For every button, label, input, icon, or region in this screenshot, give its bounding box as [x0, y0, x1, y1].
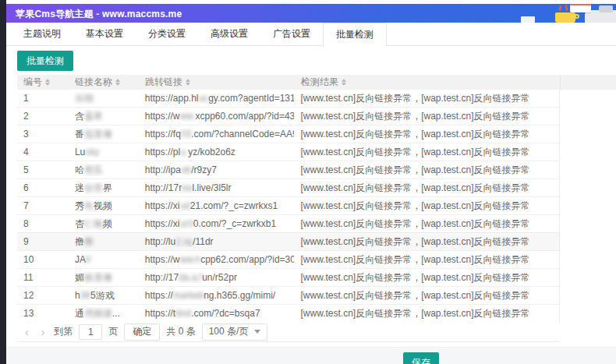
cell-id: 10 — [17, 254, 69, 265]
column-label: 检测结果 — [301, 76, 338, 89]
text: https://w — [145, 254, 180, 265]
tab-basic-settings[interactable]: 基本设置 — [73, 23, 136, 45]
text: 通 — [75, 308, 84, 319]
cell-check-result: [www.test.cn]反向链接异常，[wap.test.cn]反向链接异常 — [294, 235, 559, 249]
tab-advanced-settings[interactable]: 高级设置 — [198, 23, 260, 45]
text: https://xi — [145, 218, 180, 229]
text: http://17r — [145, 182, 182, 193]
cell-link-name: 哈密瓜 — [69, 164, 139, 177]
sort-icon[interactable] — [342, 79, 346, 86]
cell-jump-url: https://xiud21.com/?_c=zwrkxs1 — [139, 200, 295, 211]
censored-text: 娘直播 — [84, 272, 112, 283]
text: https://t — [145, 308, 175, 319]
censored-text: 密瓜 — [84, 164, 103, 175]
censored-text: 色 — [84, 200, 94, 211]
tab-category-settings[interactable]: 分类设置 — [136, 23, 198, 45]
column-header-id: 编号 — [17, 75, 69, 90]
table-row[interactable]: 1乐猫https://app.hlucgy.com?agentId=131510… — [17, 90, 559, 108]
cell-check-result: [www.test.cn]反向链接异常，[wap.test.cn]反向链接异常 — [294, 146, 559, 159]
header-banner: 苹果Cms导航主题 - www.maccms.me — [6, 4, 616, 23]
steam-icon — [558, 5, 562, 12]
left-edge-strip — [0, 0, 6, 364]
sort-icon[interactable] — [115, 79, 120, 86]
text: https://app.hl — [145, 93, 199, 104]
text: http://ipa — [145, 164, 181, 175]
censored-text: ur3 — [179, 218, 193, 229]
table-row[interactable]: 11媚娘直播http://17da.a.fun/r52pr[www.test.c… — [17, 269, 559, 287]
cell-link-name: 迷你世界 — [69, 182, 139, 195]
chevron-down-icon — [254, 330, 260, 334]
text: /r9zy7 — [191, 164, 217, 175]
table-row[interactable]: 12h365游戏https://marketing.h365.gg/mimi/[… — [17, 287, 559, 305]
censored-text: 撸 — [84, 236, 94, 247]
sort-icon[interactable] — [45, 79, 50, 86]
speech-bubble-icon — [570, 4, 591, 12]
cell-check-result: [www.test.cn]反向链接异常，[wap.test.cn]反向链接异常 — [294, 128, 559, 141]
censored-text: ud — [179, 200, 189, 211]
column-label: 跳转链接 — [145, 76, 182, 89]
censored-text: uc — [199, 93, 209, 104]
table-row[interactable]: 6迷你世界http://17real.live/3l5lr[www.test.c… — [17, 179, 559, 197]
column-header-jump-url: 跳转链接 — [139, 75, 295, 90]
pagination-bar: ‹ › 到第 页 确定 共 0 条 100 条/页 — [17, 322, 560, 342]
text: yz/kob2o6z — [188, 147, 235, 157]
table-row[interactable]: 7秀色视频https://xiud21.com/?_c=zwrkxs1[www.… — [17, 197, 559, 215]
cell-id: 8 — [17, 218, 69, 229]
censored-text: ww.h — [179, 254, 200, 265]
text: https:// — [145, 290, 173, 301]
table-row[interactable]: 9撸撸http://lu2.xy/11dr[www.test.cn]反向链接异常… — [17, 233, 559, 251]
censored-text: cky — [85, 147, 99, 157]
table-row[interactable]: 2含羞草https://www.xcpp60.com/app/?id=43191… — [17, 108, 559, 125]
censored-text: 用测速 — [84, 308, 112, 319]
cell-jump-url: https://tbnd.com/?dc=bsqa7 — [139, 308, 295, 319]
cell-jump-url: https://plu.yz/kob2o6z — [139, 147, 295, 157]
cell-jump-url: http://lu2.xy/11dr — [139, 236, 295, 247]
cell-link-name: Lucky — [69, 147, 139, 157]
text: http://lu — [145, 236, 175, 247]
sort-icon[interactable] — [186, 79, 190, 86]
prev-page-icon[interactable]: ‹ — [22, 326, 32, 338]
next-page-icon[interactable]: › — [38, 326, 48, 338]
cell-id: 13 — [17, 308, 69, 319]
cell-id: 9 — [17, 236, 69, 247]
batch-check-button[interactable]: 批量检测 — [17, 51, 73, 71]
coffee-cup-icon — [555, 12, 575, 23]
text: 0.com/?_c=zwrkxb1 — [193, 218, 276, 229]
tab-ad-settings[interactable]: 广告设置 — [260, 23, 323, 45]
page-number-input[interactable] — [79, 324, 102, 340]
cell-jump-url: https://fq03.com/?channelCode=AA90 — [139, 129, 295, 140]
text: cpp62.com/app/?id=30919492 — [200, 254, 294, 265]
cell-id: 4 — [17, 147, 69, 157]
page-size-select[interactable]: 100 条/页 — [202, 323, 268, 341]
censored-text: 03 — [181, 129, 191, 140]
tab-theme-info[interactable]: 主题说明 — [11, 23, 73, 45]
text: 界 — [103, 182, 112, 193]
table-row[interactable]: 13通用测速...https://tbnd.com/?dc=bsqa7[www.… — [17, 305, 559, 323]
column-header-check-result: 检测结果 — [295, 75, 560, 90]
table-row[interactable]: 8杏仁视频https://xiur30.com/?_c=zwrkxb1[www.… — [17, 215, 559, 233]
confirm-page-button[interactable]: 确定 — [124, 323, 160, 341]
text: 频 — [103, 218, 112, 229]
cell-jump-url: http://ipaob/r9zy7 — [139, 164, 295, 175]
table-row[interactable]: 4Luckyhttps://plu.yz/kob2o6z[www.test.cn… — [17, 143, 559, 161]
censored-text: 茄直播 — [84, 129, 112, 140]
save-button[interactable]: 保存 — [403, 352, 439, 364]
cell-check-result: [www.test.cn]反向链接异常，[wap.test.cn]反向链接异常 — [294, 92, 559, 105]
tab-batch-check[interactable]: 批量检测 — [323, 23, 387, 46]
cell-jump-url: https://xiur30.com/?_c=zwrkxb1 — [139, 218, 295, 229]
cell-check-result: [www.test.cn]反向链接异常，[wap.test.cn]反向链接异常 — [294, 110, 559, 123]
cell-link-name: 乐猫 — [69, 92, 139, 105]
censored-text: marketi — [173, 290, 204, 301]
cell-jump-url: https://app.hlucgy.com?agentId=13151036 — [139, 93, 295, 104]
text: gy.com?agentId=13151036 — [208, 93, 294, 104]
cell-link-name: h365游戏 — [69, 289, 139, 302]
column-header-link-name: 链接名称 — [69, 75, 139, 90]
table-row[interactable]: 5哈密瓜http://ipaob/r9zy7[www.test.cn]反向链接异… — [17, 161, 559, 179]
table-row[interactable]: 3番茄直播https://fq03.com/?channelCode=AA90[… — [17, 125, 559, 143]
text: JA — [75, 254, 85, 265]
text: 5游戏 — [90, 290, 115, 301]
censored-text: u. — [180, 147, 188, 157]
coffee-cup-handle — [575, 14, 579, 19]
table-row[interactable]: 10JAVhttps://www.hcpp62.com/app/?id=3091… — [17, 251, 559, 269]
text: .com/?channelCode=AA90 — [191, 129, 294, 140]
